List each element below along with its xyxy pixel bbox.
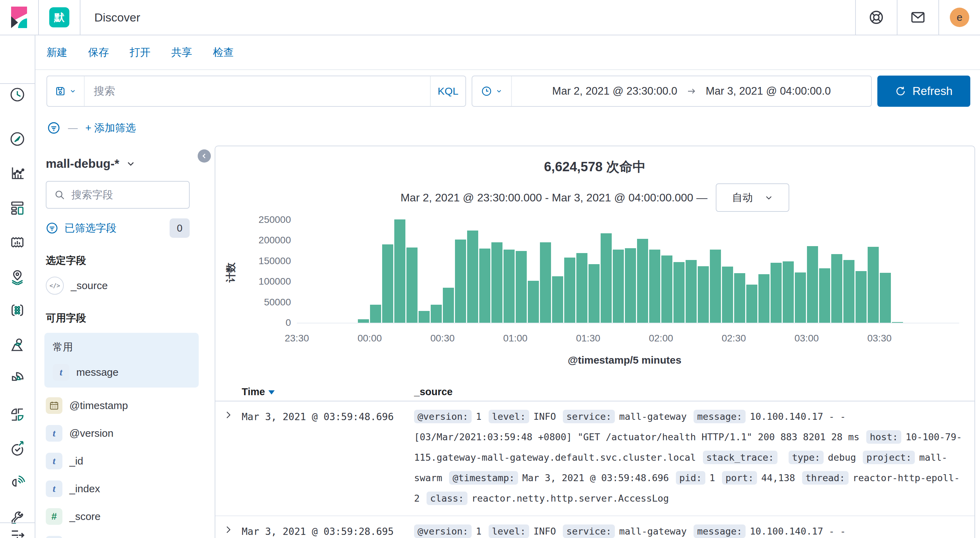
collapse-sidebar-button[interactable]: [198, 149, 211, 163]
menu-item-4[interactable]: 检查: [213, 45, 234, 60]
histogram-bar-00:30[interactable]: [443, 288, 454, 323]
histogram-bar-02:00[interactable]: [661, 256, 672, 323]
histogram-bar-01:55[interactable]: [649, 249, 660, 323]
menu-item-1[interactable]: 保存: [88, 45, 109, 60]
histogram-bar-00:25[interactable]: [431, 305, 442, 323]
histogram-bar-03:05[interactable]: [819, 268, 830, 323]
histogram-bar-00:20[interactable]: [418, 311, 430, 323]
histogram-bar-03:35[interactable]: [892, 322, 903, 323]
nav-logs-button[interactable]: [9, 370, 25, 387]
field-item-message[interactable]: tmessage: [53, 363, 199, 382]
histogram-bar-01:50[interactable]: [637, 239, 648, 323]
date-to[interactable]: Mar 3, 2021 @ 04:00:00.0: [706, 85, 831, 97]
histogram-bar-03:30[interactable]: [880, 273, 891, 323]
histogram-bar-00:15[interactable]: [406, 248, 417, 323]
filtered-fields-toggle[interactable]: 已筛选字段 0: [46, 218, 190, 238]
index-pattern-selector[interactable]: mall-debug-*: [46, 157, 210, 171]
field-label: _index: [69, 483, 100, 495]
date-from[interactable]: Mar 2, 2021 @ 23:30:00.0: [552, 85, 677, 97]
x-tick-label: 02:00: [649, 333, 673, 344]
histogram-bar-01:40[interactable]: [613, 249, 624, 323]
histogram-bar-00:50[interactable]: [492, 242, 503, 323]
field-item-@timestamp[interactable]: @timestamp: [46, 396, 210, 415]
histogram-bar-00:45[interactable]: [479, 249, 490, 323]
nav-graph-button[interactable]: [9, 336, 25, 353]
histogram-bar-03:25[interactable]: [868, 247, 879, 323]
expand-row-button[interactable]: [215, 406, 242, 420]
histogram-bar-02:50[interactable]: [783, 261, 794, 323]
filter-icon[interactable]: [47, 121, 60, 135]
nav-machine-learning-button[interactable]: [9, 302, 25, 319]
field-label: _score: [69, 511, 100, 522]
chevron-down-icon: [496, 88, 503, 95]
histogram-bar-03:10[interactable]: [831, 254, 842, 323]
histogram-bar-02:55[interactable]: [795, 273, 806, 323]
histogram-bar-01:15[interactable]: [552, 276, 563, 323]
kql-toggle[interactable]: KQL: [430, 76, 465, 106]
histogram-bar-00:35[interactable]: [455, 240, 466, 323]
nav-recently-viewed-button[interactable]: [9, 86, 25, 103]
histogram-bar-00:05[interactable]: [382, 244, 393, 323]
menu-item-0[interactable]: 新建: [46, 45, 67, 60]
kibana-logo[interactable]: [0, 6, 38, 28]
field-search-input[interactable]: [71, 189, 181, 201]
histogram-bar-01:30[interactable]: [589, 264, 600, 323]
histogram-bar-01:00[interactable]: [515, 251, 527, 323]
header-divider: [80, 0, 80, 35]
menu-item-3[interactable]: 共享: [171, 45, 192, 60]
histogram-bar-02:25[interactable]: [722, 267, 733, 323]
histogram-bar-02:05[interactable]: [673, 262, 684, 323]
histogram-bar-01:20[interactable]: [564, 257, 575, 323]
histogram-bar-00:55[interactable]: [504, 249, 515, 323]
user-menu-button[interactable]: e: [939, 0, 980, 35]
field-item-_type[interactable]: t_type: [46, 535, 210, 538]
field-item-_index[interactable]: t_index: [46, 479, 210, 498]
histogram-bar-02:10[interactable]: [686, 260, 697, 323]
histogram-bar-00:10[interactable]: [394, 219, 406, 323]
histogram-bar-03:20[interactable]: [856, 271, 867, 323]
histogram-bar-03:00[interactable]: [807, 246, 818, 323]
space-selector[interactable]: 默: [49, 7, 69, 27]
histogram-bar-01:25[interactable]: [576, 253, 587, 323]
nav-visualize-button[interactable]: [9, 165, 25, 181]
add-filter-button[interactable]: + 添加筛选: [85, 121, 136, 135]
menu-item-2[interactable]: 打开: [130, 45, 151, 60]
nav-metrics-button[interactable]: [9, 406, 25, 423]
nav-canvas-button[interactable]: [9, 234, 25, 251]
saved-query-button[interactable]: [47, 76, 84, 106]
nav-apm-button[interactable]: [9, 474, 25, 491]
histogram-bar-01:05[interactable]: [528, 281, 539, 323]
field-item-_source[interactable]: </>_source: [46, 276, 210, 295]
histogram-bar-00:00[interactable]: [370, 305, 381, 323]
newsfeed-button[interactable]: [897, 0, 939, 35]
help-button[interactable]: [856, 0, 897, 35]
histogram-bar-01:45[interactable]: [625, 248, 636, 323]
collapse-menu-button[interactable]: [9, 527, 25, 538]
histogram-bar-02:15[interactable]: [698, 266, 709, 323]
histogram-bar-02:40[interactable]: [759, 274, 770, 323]
histogram-bar-00:40[interactable]: [467, 230, 478, 323]
histogram-bar-02:35[interactable]: [746, 285, 757, 323]
date-quick-select-button[interactable]: [473, 76, 512, 106]
field-item-_score[interactable]: #_score: [46, 507, 210, 526]
histogram-bar-02:45[interactable]: [770, 263, 782, 323]
x-axis-line: [297, 323, 959, 324]
nav-discover-button[interactable]: [9, 131, 25, 147]
field-name-badge: level:: [488, 524, 530, 538]
refresh-button[interactable]: Refresh: [877, 76, 970, 107]
histogram-bar-02:30[interactable]: [734, 273, 745, 323]
histogram-bar-03:15[interactable]: [843, 260, 854, 323]
nav-uptime-button[interactable]: [9, 441, 25, 457]
histogram-bar-01:10[interactable]: [540, 242, 551, 323]
histogram-bar-01:35[interactable]: [601, 233, 612, 323]
nav-dashboard-button[interactable]: [9, 199, 25, 216]
interval-select[interactable]: 自动: [716, 183, 789, 212]
expand-row-button[interactable]: [215, 521, 242, 535]
field-item-@version[interactable]: t@version: [46, 424, 210, 443]
time-column-header[interactable]: Time: [242, 386, 414, 398]
nav-maps-button[interactable]: [9, 268, 25, 285]
field-item-_id[interactable]: t_id: [46, 451, 210, 471]
search-input[interactable]: [84, 76, 430, 106]
histogram-bar-23:55[interactable]: [358, 319, 369, 323]
histogram-bar-02:20[interactable]: [710, 249, 721, 323]
